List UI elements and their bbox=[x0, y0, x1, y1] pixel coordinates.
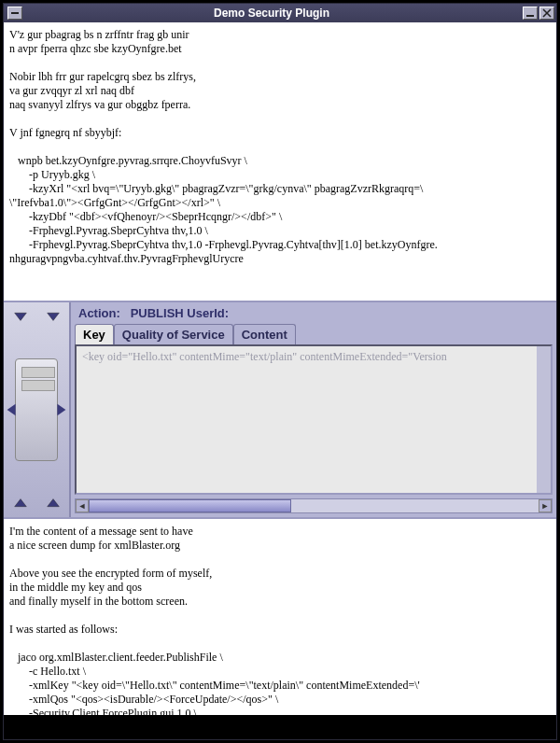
close-button[interactable] bbox=[539, 7, 554, 20]
nav-down-right-button[interactable] bbox=[43, 305, 63, 326]
middle-pane: Action: PUBLISH UserId: Key Quality of S… bbox=[4, 302, 556, 519]
key-content-box: <key oid="Hello.txt" contentMime="text/p… bbox=[75, 344, 553, 495]
arrow-up-icon bbox=[12, 496, 29, 512]
svg-marker-8 bbox=[14, 499, 26, 507]
scroll-right-button[interactable]: ► bbox=[539, 499, 552, 512]
nav-left-button[interactable] bbox=[2, 400, 22, 420]
tab-content[interactable]: Content bbox=[233, 324, 296, 344]
dash-icon bbox=[10, 8, 20, 18]
minimize-icon bbox=[525, 8, 535, 18]
svg-marker-6 bbox=[7, 404, 16, 416]
svg-rect-0 bbox=[11, 12, 19, 14]
action-label: Action: bbox=[78, 306, 120, 320]
nav-up-right-button[interactable] bbox=[43, 494, 63, 514]
bottom-strip bbox=[4, 715, 556, 739]
vertical-scrollbar[interactable] bbox=[537, 346, 551, 493]
window-title: Demo Security Plugin bbox=[22, 7, 521, 20]
arrow-up-icon bbox=[45, 496, 62, 512]
key-text-field[interactable]: <key oid="Hello.txt" contentMime="text/p… bbox=[77, 346, 551, 368]
window-menu-button[interactable] bbox=[7, 7, 22, 20]
plain-text-pane[interactable]: I'm the content of a message sent to hav… bbox=[4, 519, 556, 715]
tab-qos[interactable]: Quality of Service bbox=[114, 324, 233, 344]
action-bar: Action: PUBLISH UserId: bbox=[71, 302, 556, 324]
svg-rect-1 bbox=[526, 15, 534, 17]
action-value: PUBLISH UserId: bbox=[131, 306, 229, 320]
nav-right-button[interactable] bbox=[50, 400, 71, 420]
svg-marker-9 bbox=[47, 499, 59, 507]
scrollbar-thumb[interactable] bbox=[89, 499, 291, 512]
scrollbar-track[interactable] bbox=[89, 499, 539, 512]
app-window: Demo Security Plugin V'z gur pbagrag bs … bbox=[3, 3, 557, 740]
close-icon bbox=[542, 8, 552, 18]
arrow-left-icon bbox=[4, 401, 21, 418]
nav-down-left-button[interactable] bbox=[10, 305, 31, 326]
scroll-left-button[interactable]: ◄ bbox=[76, 499, 89, 512]
svg-marker-5 bbox=[47, 313, 59, 320]
tab-key[interactable]: Key bbox=[75, 324, 114, 344]
tab-row: Key Quality of Service Content bbox=[71, 324, 556, 344]
minimize-button[interactable] bbox=[523, 7, 538, 20]
arrow-down-icon bbox=[12, 307, 29, 324]
nav-up-left-button[interactable] bbox=[10, 494, 31, 514]
arrow-right-icon bbox=[52, 401, 69, 418]
encrypted-text-pane[interactable]: V'z gur pbagrag bs n zrffntr frag gb uni… bbox=[4, 22, 556, 302]
arrow-down-icon bbox=[45, 307, 62, 324]
svg-marker-4 bbox=[14, 313, 26, 320]
horizontal-scrollbar[interactable]: ◄ ► bbox=[75, 498, 553, 513]
title-bar[interactable]: Demo Security Plugin bbox=[4, 4, 556, 22]
message-panel: Action: PUBLISH UserId: Key Quality of S… bbox=[69, 302, 556, 517]
svg-marker-7 bbox=[57, 404, 65, 416]
nav-column bbox=[4, 302, 69, 517]
